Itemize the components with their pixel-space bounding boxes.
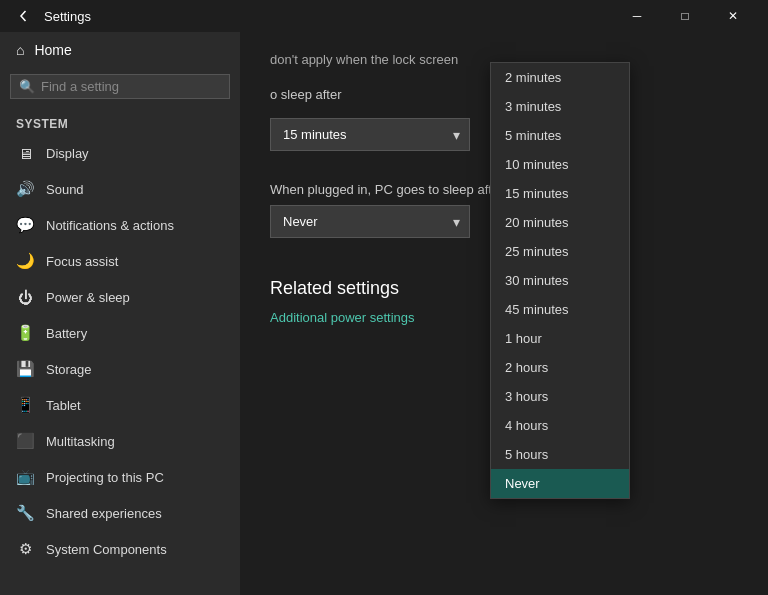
home-icon: ⌂ [16,42,24,58]
maximize-button[interactable]: □ [662,0,708,32]
titlebar-title: Settings [44,9,91,24]
dropdown-option-never[interactable]: Never [491,469,629,498]
sidebar-item-tablet[interactable]: 📱 Tablet [0,387,240,423]
sidebar-item-shared[interactable]: 🔧 Shared experiences [0,495,240,531]
sleep-dropdown-popup[interactable]: 2 minutes 3 minutes 5 minutes 10 minutes… [490,62,630,499]
sleep-after-label: o sleep after [270,87,342,102]
dropdown-option-3hr[interactable]: 3 hours [491,382,629,411]
power-icon: ⏻ [16,288,34,306]
sidebar-item-power[interactable]: ⏻ Power & sleep [0,279,240,315]
dropdown-option-20min[interactable]: 20 minutes [491,208,629,237]
sidebar-item-display[interactable]: 🖥 Display [0,135,240,171]
titlebar: Settings ─ □ ✕ [0,0,768,32]
dropdown-option-1hr[interactable]: 1 hour [491,324,629,353]
plugged-sleep-select[interactable]: Never [270,205,470,238]
components-icon: ⚙ [16,540,34,558]
sidebar-item-focus[interactable]: 🌙 Focus assist [0,243,240,279]
plugged-sleep-dropdown[interactable]: Never ▾ [270,205,470,238]
sidebar-item-components[interactable]: ⚙ System Components [0,531,240,567]
projecting-icon: 📺 [16,468,34,486]
dropdown-option-30min[interactable]: 30 minutes [491,266,629,295]
sidebar-item-notifications[interactable]: 💬 Notifications & actions [0,207,240,243]
dropdown-option-2hr[interactable]: 2 hours [491,353,629,382]
dropdown-option-25min[interactable]: 25 minutes [491,237,629,266]
sidebar-item-label: Multitasking [46,434,115,449]
shared-icon: 🔧 [16,504,34,522]
dropdown-option-5min[interactable]: 5 minutes [491,121,629,150]
dropdown-option-10min[interactable]: 10 minutes [491,150,629,179]
dropdown-option-4hr[interactable]: 4 hours [491,411,629,440]
search-box[interactable]: 🔍 [10,74,230,99]
sound-icon: 🔊 [16,180,34,198]
additional-power-settings-link[interactable]: Additional power settings [270,310,415,325]
sidebar-item-multitasking[interactable]: ⬛ Multitasking [0,423,240,459]
sidebar-item-label: Battery [46,326,87,341]
sidebar: ⌂ Home 🔍 System 🖥 Display 🔊 Sound 💬 Noti… [0,32,240,595]
sidebar-item-label: Projecting to this PC [46,470,164,485]
dropdown-option-5hr[interactable]: 5 hours [491,440,629,469]
sidebar-item-label: Sound [46,182,84,197]
sidebar-item-label: Tablet [46,398,81,413]
content-area: don't apply when the lock screen 2 minut… [240,32,768,595]
display-icon: 🖥 [16,144,34,162]
storage-icon: 💾 [16,360,34,378]
sidebar-item-home[interactable]: ⌂ Home [0,32,240,68]
sidebar-item-label: Power & sleep [46,290,130,305]
back-button[interactable] [12,4,36,28]
sidebar-item-label: Display [46,146,89,161]
dropdown-option-45min[interactable]: 45 minutes [491,295,629,324]
sidebar-item-label: Storage [46,362,92,377]
sidebar-item-storage[interactable]: 💾 Storage [0,351,240,387]
window-controls: ─ □ ✕ [614,0,756,32]
main-layout: ⌂ Home 🔍 System 🖥 Display 🔊 Sound 💬 Noti… [0,32,768,595]
dropdown-option-3min[interactable]: 3 minutes [491,92,629,121]
plugged-sleep-label: When plugged in, PC goes to sleep after [270,182,503,197]
battery-icon: 🔋 [16,324,34,342]
system-section-label: System [0,109,240,135]
on-battery-sleep-select[interactable]: 15 minutes [270,118,470,151]
dropdown-option-2min[interactable]: 2 minutes [491,63,629,92]
notifications-icon: 💬 [16,216,34,234]
sidebar-item-battery[interactable]: 🔋 Battery [0,315,240,351]
dropdown-option-15min[interactable]: 15 minutes [491,179,629,208]
search-input[interactable] [41,79,221,94]
sidebar-item-label: Shared experiences [46,506,162,521]
home-label: Home [34,42,71,58]
search-icon: 🔍 [19,79,35,94]
sidebar-item-label: System Components [46,542,167,557]
sidebar-item-sound[interactable]: 🔊 Sound [0,171,240,207]
sidebar-item-projecting[interactable]: 📺 Projecting to this PC [0,459,240,495]
minimize-button[interactable]: ─ [614,0,660,32]
focus-icon: 🌙 [16,252,34,270]
tablet-icon: 📱 [16,396,34,414]
on-battery-sleep-dropdown[interactable]: 15 minutes ▾ [270,118,470,151]
close-button[interactable]: ✕ [710,0,756,32]
sidebar-item-label: Focus assist [46,254,118,269]
sidebar-item-label: Notifications & actions [46,218,174,233]
multitasking-icon: ⬛ [16,432,34,450]
